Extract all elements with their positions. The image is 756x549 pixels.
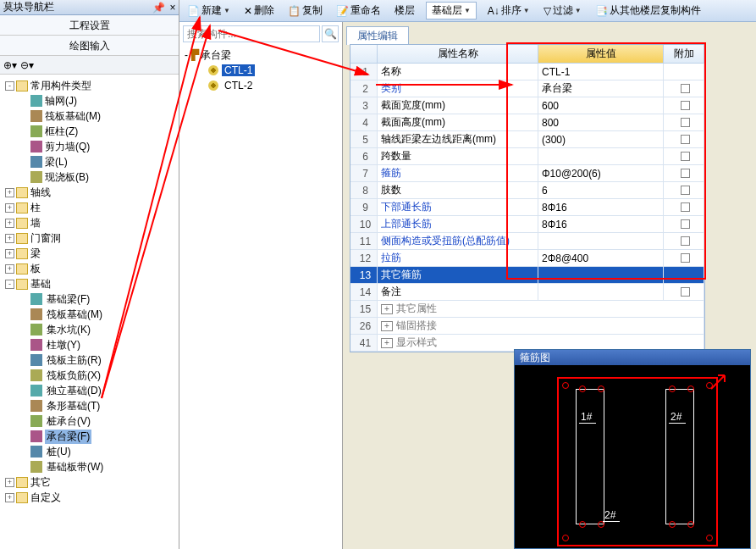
tree-node-foundation[interactable]: - 基础 <box>2 276 177 291</box>
collapse-icon[interactable]: - <box>185 49 188 61</box>
close-icon[interactable]: × <box>167 2 179 14</box>
property-value[interactable]: 6 <box>538 182 664 199</box>
expand-icon[interactable]: + <box>381 338 393 348</box>
tree-node-custom[interactable]: + 自定义 <box>2 490 177 505</box>
new-button[interactable]: 📄 新建 ▼ <box>185 3 233 19</box>
property-value[interactable]: Φ10@200(6) <box>538 165 664 182</box>
checkbox[interactable] <box>681 186 690 195</box>
checkbox[interactable] <box>681 202 690 212</box>
property-row[interactable]: 8 肢数 6 <box>350 182 704 199</box>
property-row[interactable]: 2 类别 承台梁 <box>350 80 704 97</box>
tree-item[interactable]: 现浇板(B) <box>2 169 177 185</box>
tree-item[interactable]: 基础板带(W) <box>2 459 177 474</box>
tree-category[interactable]: +板 <box>2 261 177 276</box>
collapse-icon[interactable]: - <box>5 81 14 91</box>
expand-icon[interactable]: + <box>381 304 393 314</box>
component-root[interactable]: - ▛ 承台梁 <box>185 47 337 63</box>
checkbox[interactable] <box>681 152 690 161</box>
sort-button[interactable]: A↓ 排序 ▼ <box>485 3 533 19</box>
checkbox[interactable] <box>681 253 690 263</box>
draw-input-tab[interactable]: 绘图输入 <box>0 36 179 56</box>
tree-category[interactable]: +柱 <box>2 200 177 215</box>
component-item[interactable]: CTL-1 <box>185 63 337 78</box>
search-input[interactable] <box>183 25 320 42</box>
property-row[interactable]: 3 截面宽度(mm) 600 <box>350 97 704 114</box>
tree-category[interactable]: +轴线 <box>2 185 177 200</box>
expand-icon[interactable]: + <box>381 321 393 331</box>
tree-node-common[interactable]: - 常用构件类型 <box>2 78 177 93</box>
nav-tree[interactable]: - 常用构件类型 轴网(J)筏板基础(M)框柱(Z)剪力墙(Q)梁(L)现浇板(… <box>0 75 179 549</box>
component-item[interactable]: CTL-2 <box>185 78 337 93</box>
tree-item[interactable]: 桩承台(V) <box>2 413 177 429</box>
property-row[interactable]: 14 备注 <box>350 284 704 301</box>
checkbox[interactable] <box>681 84 690 93</box>
tree-category[interactable]: +门窗洞 <box>2 230 177 246</box>
tree-item[interactable]: 筏板基础(M) <box>2 307 177 322</box>
collapse-icon[interactable]: - <box>5 280 14 289</box>
checkbox[interactable] <box>681 169 690 178</box>
property-row[interactable]: 4 截面高度(mm) 800 <box>350 114 704 131</box>
expand-icon[interactable]: + <box>5 234 14 243</box>
project-settings-tab[interactable]: 工程设置 <box>0 15 179 36</box>
property-value[interactable]: 600 <box>538 97 664 114</box>
tree-node-other[interactable]: + 其它 <box>2 474 177 490</box>
copy-button[interactable]: 📋 复制 <box>285 3 325 19</box>
rename-button[interactable]: 📝 重命名 <box>334 3 384 19</box>
property-row[interactable]: 1 名称 CTL-1 <box>350 64 704 80</box>
expand-icon[interactable]: + <box>5 249 14 258</box>
tab-property-edit[interactable]: 属性编辑 <box>346 26 409 45</box>
tree-category[interactable]: +梁 <box>2 246 177 261</box>
property-value[interactable] <box>538 284 664 301</box>
property-row[interactable]: 7 箍筋 Φ10@200(6) <box>350 165 704 182</box>
property-value[interactable]: CTL-1 <box>538 64 664 80</box>
property-value[interactable]: (300) <box>538 131 664 148</box>
tree-category[interactable]: +墙 <box>2 215 177 230</box>
property-row[interactable]: 10 上部通长筋 8Φ16 <box>350 216 704 233</box>
tree-item[interactable]: 基础梁(F) <box>2 291 177 307</box>
property-row[interactable]: 6 跨数量 <box>350 148 704 165</box>
tree-item[interactable]: 条形基础(T) <box>2 398 177 413</box>
copy-from-other-button[interactable]: 📑 从其他楼层复制构件 <box>593 3 704 19</box>
nav-tool-icon[interactable]: ⊖▾ <box>20 59 34 71</box>
delete-button[interactable]: ✕ 删除 <box>241 3 277 19</box>
tree-item[interactable]: 柱墩(Y) <box>2 337 177 352</box>
nav-tool-icon[interactable]: ⊕▾ <box>3 59 17 71</box>
pin-icon[interactable]: 📌 <box>152 2 165 14</box>
checkbox[interactable] <box>681 287 690 297</box>
tree-item[interactable]: 框柱(Z) <box>2 124 177 139</box>
tree-item[interactable]: 剪力墙(Q) <box>2 139 177 154</box>
property-value[interactable]: 2Φ8@400 <box>538 250 664 267</box>
property-row[interactable]: 11 侧面构造或受扭筋(总配筋值) <box>350 233 704 250</box>
filter-button[interactable]: ▽ 过滤 ▼ <box>541 3 584 19</box>
tree-item[interactable]: 筏板基础(M) <box>2 108 177 124</box>
property-value[interactable]: 8Φ16 <box>538 199 664 216</box>
checkbox[interactable] <box>681 118 690 127</box>
checkbox[interactable] <box>681 135 690 144</box>
component-tree[interactable]: - ▛ 承台梁 CTL-1CTL-2 <box>179 46 342 95</box>
checkbox[interactable] <box>681 101 690 110</box>
property-row[interactable]: 13 其它箍筋 <box>350 267 704 284</box>
property-value[interactable]: 8Φ16 <box>538 216 664 233</box>
expand-icon[interactable]: + <box>5 478 14 487</box>
expand-icon[interactable]: + <box>5 219 14 228</box>
expand-icon[interactable]: + <box>5 264 14 274</box>
tree-item[interactable]: 承台梁(F) <box>2 429 177 444</box>
tree-item[interactable]: 轴网(J) <box>2 93 177 108</box>
expand-icon[interactable]: + <box>5 203 14 213</box>
checkbox[interactable] <box>681 236 690 246</box>
tree-item[interactable]: 梁(L) <box>2 154 177 169</box>
property-value[interactable] <box>538 233 664 250</box>
tree-item[interactable]: 桩(U) <box>2 444 177 459</box>
expand-icon[interactable]: + <box>5 188 14 197</box>
property-row[interactable]: 9 下部通长筋 8Φ16 <box>350 199 704 216</box>
property-value[interactable]: 800 <box>538 114 664 131</box>
checkbox[interactable] <box>681 219 690 229</box>
property-value[interactable] <box>538 267 664 284</box>
property-value[interactable] <box>538 148 664 165</box>
tree-item[interactable]: 集水坑(K) <box>2 322 177 337</box>
tree-item[interactable]: 筏板负筋(X) <box>2 368 177 383</box>
property-group-row[interactable]: 26 +锚固搭接 <box>350 318 704 335</box>
tree-item[interactable]: 筏板主筋(R) <box>2 352 177 368</box>
property-row[interactable]: 12 拉筋 2Φ8@400 <box>350 250 704 267</box>
tree-item[interactable]: 独立基础(D) <box>2 383 177 398</box>
